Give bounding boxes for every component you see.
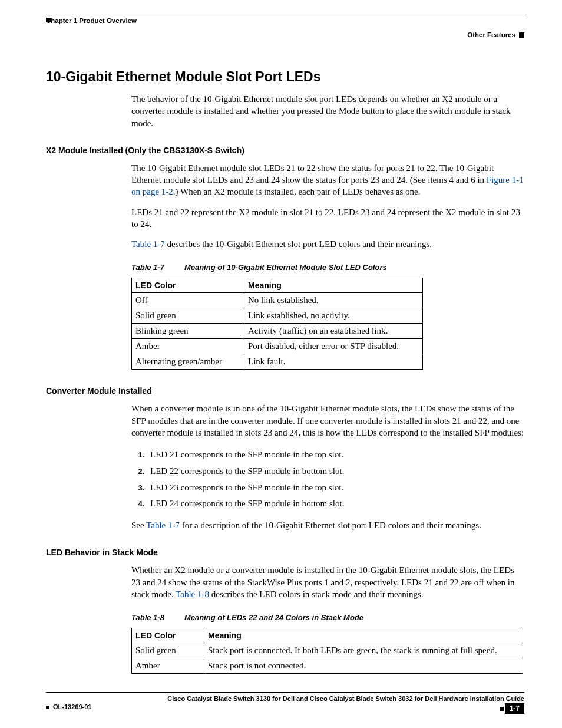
cell: No link established. [244, 293, 423, 308]
footer-guide-title: Cisco Catalyst Blade Switch 3130 for Del… [46, 692, 524, 702]
cell: Off [132, 293, 244, 308]
section-label: Other Features [467, 31, 515, 38]
list-item: LED 22 corresponds to the SFP module in … [147, 463, 524, 480]
text: The 10-Gigabit Ethernet module slot LEDs… [131, 163, 494, 185]
cell: Amber [132, 658, 204, 674]
text: describes the 10-Gigabit Ethernet slot p… [165, 239, 432, 249]
doc-number-text: OL-13269-01 [53, 703, 91, 710]
text: .) When an X2 module is installed, each … [173, 187, 421, 196]
caption-title: Meaning of LEDs 22 and 24 Colors in Stac… [184, 613, 363, 622]
caption-number: Table 1-8 [131, 613, 164, 622]
cell: Solid green [132, 308, 244, 324]
cell: Stack port is connected. If both LEDs ar… [204, 643, 523, 658]
footer-square-icon [46, 706, 49, 709]
table-header-row: LED Color Meaning [132, 278, 423, 293]
chapter-label: Chapter 1 Product Overview [46, 17, 137, 24]
text: for a description of the 10-Gigabit Ethe… [180, 521, 481, 530]
table-header-row: LED Color Meaning [132, 628, 523, 643]
list-item: LED 24 corresponds to the SFP module in … [147, 496, 524, 512]
cell: Stack port is not connected. [204, 658, 523, 674]
table-row: AmberStack port is not connected. [132, 658, 523, 674]
table-row: Alternating green/amberLink fault. [132, 354, 423, 370]
table-link[interactable]: Table 1-7 [146, 521, 180, 530]
intro-paragraph: The behavior of the 10-Gigabit Ethernet … [131, 93, 524, 129]
heading-stack: LED Behavior in Stack Mode [46, 548, 524, 557]
cell: Link established, no activity. [244, 308, 423, 324]
table-row: Blinking greenActivity (traffic) on an e… [132, 324, 423, 339]
x2-paragraph-3: Table 1-7 describes the 10-Gigabit Ether… [131, 238, 524, 250]
table-1-8: LED Color Meaning Solid greenStack port … [131, 628, 523, 674]
table-1-7-caption: Table 1-7Meaning of 10-Gigabit Ethernet … [131, 263, 524, 272]
th-meaning: Meaning [204, 628, 523, 643]
page-number-box: 1-7 [500, 703, 524, 714]
cell: Port disabled, either error or STP disab… [244, 339, 423, 354]
list-item: LED 21 corresponds to the SFP module in … [147, 447, 524, 463]
x2-paragraph-1: The 10-Gigabit Ethernet module slot LEDs… [131, 162, 524, 198]
table-row: Solid greenStack port is connected. If b… [132, 643, 523, 658]
conv-paragraph-2: See Table 1-7 for a description of the 1… [131, 519, 524, 531]
cell: Solid green [132, 643, 204, 658]
table-row: Solid greenLink established, no activity… [132, 308, 423, 324]
section-square-icon [519, 32, 524, 38]
table-1-8-caption: Table 1-8Meaning of LEDs 22 and 24 Color… [131, 613, 524, 622]
page-number: 1-7 [505, 703, 524, 714]
th-led-color: LED Color [132, 628, 204, 643]
stack-paragraph-1: Whether an X2 module or a converter modu… [131, 564, 524, 600]
th-meaning: Meaning [244, 278, 423, 293]
caption-number: Table 1-7 [131, 263, 164, 272]
table-row: OffNo link established. [132, 293, 423, 308]
text: See [131, 521, 146, 530]
table-1-7: LED Color Meaning OffNo link established… [131, 278, 423, 370]
header-rule: Chapter 1 Product Overview [46, 18, 524, 27]
th-led-color: LED Color [132, 278, 244, 293]
sfp-led-list: LED 21 corresponds to the SFP module in … [131, 447, 524, 512]
x2-paragraph-2: LEDs 21 and 22 represent the X2 module i… [131, 206, 524, 230]
table-link[interactable]: Table 1-8 [176, 589, 209, 599]
footer-doc-number: OL-13269-01 [46, 703, 91, 710]
cell: Alternating green/amber [132, 354, 244, 370]
table-row: AmberPort disabled, either error or STP … [132, 339, 423, 354]
heading-x2: X2 Module Installed (Only the CBS3130X-S… [46, 146, 524, 155]
cell: Amber [132, 339, 244, 354]
text: describes the LED colors in stack mode a… [209, 589, 424, 599]
caption-title: Meaning of 10-Gigabit Ethernet Module Sl… [184, 263, 387, 272]
page-footer: Cisco Catalyst Blade Switch 3130 for Del… [46, 692, 524, 714]
header-square-icon [46, 18, 51, 22]
table-link[interactable]: Table 1-7 [131, 239, 165, 249]
conv-paragraph-1: When a converter module is in one of the… [131, 403, 524, 439]
page-tick-icon [500, 707, 504, 711]
list-item: LED 23 corresponds to the SFP module in … [147, 480, 524, 496]
cell: Link fault. [244, 354, 423, 370]
cell: Activity (traffic) on an established lin… [244, 324, 423, 339]
cell: Blinking green [132, 324, 244, 339]
heading-main: 10-Gigabit Ethernet Module Slot Port LED… [46, 69, 524, 85]
heading-converter: Converter Module Installed [46, 386, 524, 396]
